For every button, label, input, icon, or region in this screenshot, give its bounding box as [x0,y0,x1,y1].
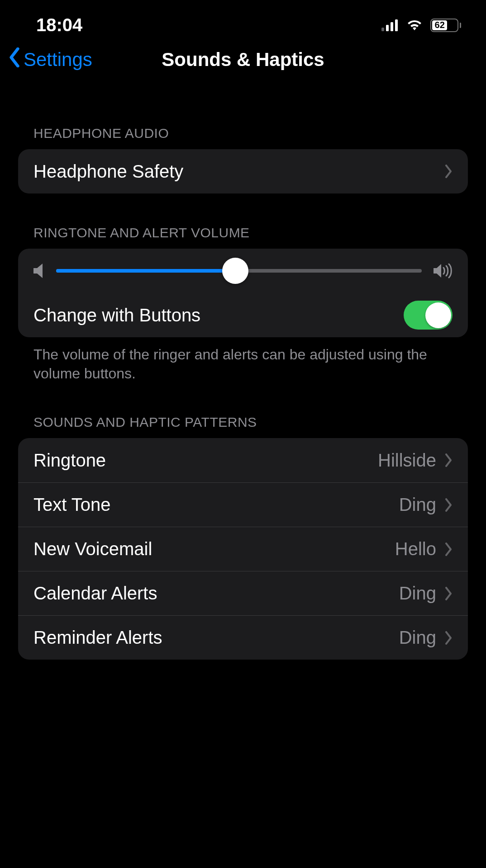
cell-label: Text Tone [33,495,111,515]
wifi-icon [406,15,423,35]
cell-new-voicemail[interactable]: New Voicemail Hello [18,527,468,571]
status-indicators: 62 [381,15,461,35]
svg-rect-1 [386,25,389,31]
section-header-headphone: HEADPHONE AUDIO [18,126,468,149]
toggle-knob [425,302,451,328]
back-button[interactable]: Settings [8,47,92,72]
chevron-right-icon [444,542,453,556]
battery-icon: 62 [430,19,461,32]
cell-label: Headphone Safety [33,161,183,182]
volume-high-icon [434,263,453,278]
cell-change-with-buttons[interactable]: Change with Buttons [18,293,468,337]
volume-low-icon [33,263,44,278]
cell-label: Calendar Alerts [33,583,157,604]
battery-level: 62 [432,20,447,30]
cell-value: Hillside [378,450,436,471]
chevron-left-icon [8,47,21,72]
back-label: Settings [24,49,92,71]
cell-label: New Voicemail [33,539,152,559]
section-header-ringer: RINGTONE AND ALERT VOLUME [18,225,468,249]
status-time: 18:04 [36,15,82,35]
svg-rect-2 [391,22,393,31]
cell-volume-slider [18,249,468,293]
chevron-right-icon [444,587,453,600]
cell-text-tone[interactable]: Text Tone Ding [18,482,468,527]
cell-reminder-alerts[interactable]: Reminder Alerts Ding [18,615,468,660]
status-bar: 18:04 62 [0,0,486,40]
chevron-right-icon [444,165,453,178]
toggle-change-with-buttons[interactable] [404,301,453,330]
svg-rect-0 [381,28,384,31]
cell-label: Change with Buttons [33,305,200,326]
slider-thumb[interactable] [222,258,248,284]
page-title: Sounds & Haptics [162,49,324,71]
chevron-right-icon [444,453,453,467]
cell-ringtone[interactable]: Ringtone Hillside [18,438,468,482]
cell-value: Ding [399,583,436,604]
cell-label: Reminder Alerts [33,627,162,648]
volume-slider[interactable] [56,269,422,273]
svg-rect-3 [395,19,398,31]
cell-calendar-alerts[interactable]: Calendar Alerts Ding [18,571,468,615]
group-headphone: Headphone Safety [18,149,468,193]
section-header-patterns: SOUNDS AND HAPTIC PATTERNS [18,415,468,438]
cell-headphone-safety[interactable]: Headphone Safety [18,149,468,193]
group-ringer: Change with Buttons [18,249,468,337]
chevron-right-icon [444,631,453,645]
navigation-bar: Settings Sounds & Haptics [0,40,486,80]
group-patterns: Ringtone Hillside Text Tone Ding New Voi… [18,438,468,660]
cellular-icon [381,15,399,35]
chevron-right-icon [444,498,453,512]
cell-value: Hello [395,539,436,559]
cell-value: Ding [399,627,436,648]
cell-label: Ringtone [33,450,106,471]
cell-value: Ding [399,495,436,515]
section-footer-ringer: The volume of the ringer and alerts can … [18,337,468,383]
